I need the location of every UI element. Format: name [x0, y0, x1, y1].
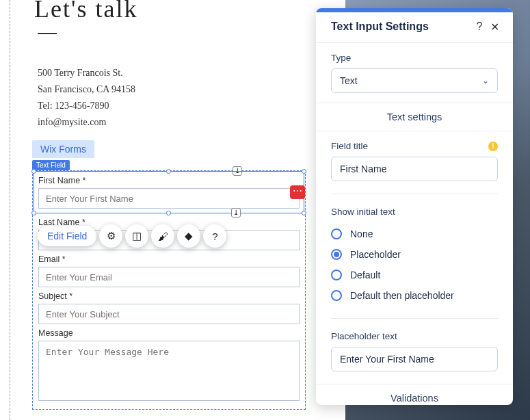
info-icon[interactable]: i	[488, 142, 498, 151]
resize-handle[interactable]	[31, 211, 36, 215]
form-container[interactable]: ⤓ ⤓ ⋯ First Name * Last Name * Email * S…	[32, 170, 306, 410]
panel-close-button[interactable]: ✕	[487, 19, 502, 34]
placeholder-text-label: Placeholder text	[331, 331, 498, 341]
chevron-down-icon: ⌄	[482, 76, 489, 86]
resize-handle[interactable]	[302, 211, 306, 215]
edit-field-button[interactable]: Edit Field	[38, 226, 96, 246]
text-settings-header: Text settings	[316, 103, 513, 131]
text-input-settings-panel: Text Input Settings ? ✕ Type Text ⌄ Text…	[316, 8, 513, 405]
validations-header[interactable]: Validations	[316, 384, 513, 405]
animation-icon: ◆	[185, 230, 193, 242]
field-toolbar: Edit Field ⚙ ◫ 🖌 ◆ ?	[38, 224, 226, 248]
radio-placeholder[interactable]: Placeholder	[331, 244, 498, 265]
show-initial-text-radio-group: None Placeholder Default Default then pl…	[331, 224, 498, 306]
field-title-input[interactable]	[331, 157, 498, 181]
radio-default[interactable]: Default	[331, 265, 498, 285]
panel-title: Text Input Settings	[331, 21, 472, 33]
anchor-icon[interactable]: ⤓	[231, 208, 241, 218]
radio-icon	[331, 249, 342, 260]
radio-label: None	[350, 228, 373, 239]
help-icon: ?	[477, 21, 483, 33]
text-field-tag: Text Field	[32, 160, 70, 170]
field-title-label-text: Field title	[331, 141, 368, 151]
radio-default-then-placeholder[interactable]: Default then placeholder	[331, 285, 498, 306]
layout-icon: ◫	[132, 230, 142, 242]
divider	[331, 318, 498, 319]
type-value: Text	[340, 75, 358, 86]
telephone: Tel: 123-456-7890	[38, 98, 135, 114]
panel-help-button[interactable]: ?	[472, 19, 487, 34]
panel-header: Text Input Settings ? ✕	[316, 12, 513, 43]
panel-body: Type Text ⌄ Text settings Field title i …	[316, 43, 513, 405]
message-label: Message	[38, 328, 300, 338]
selected-field[interactable]: ⤓ ⋯ First Name *	[34, 171, 304, 213]
gear-icon: ⚙	[107, 230, 116, 242]
radio-none[interactable]: None	[331, 224, 498, 244]
resize-handle[interactable]	[302, 169, 306, 174]
contact-info: 500 Terry Francois St. San Francisco, CA…	[38, 65, 135, 131]
email-label: Email *	[38, 254, 300, 264]
divider	[331, 194, 498, 194]
type-select[interactable]: Text ⌄	[331, 68, 498, 93]
settings-button[interactable]: ⚙	[99, 224, 122, 248]
page-heading: Let's talk	[34, 0, 137, 23]
radio-label: Default	[350, 270, 380, 280]
layout-button[interactable]: ◫	[125, 224, 148, 248]
heading-underline	[38, 33, 57, 34]
subject-label: Subject *	[38, 291, 300, 301]
first-name-input[interactable]	[38, 188, 300, 209]
placeholder-text-input[interactable]	[331, 347, 498, 371]
crm-badge-icon[interactable]: ⋯	[290, 185, 305, 199]
radio-icon	[331, 228, 342, 239]
type-label: Type	[331, 53, 498, 63]
field-title-label: Field title i	[331, 141, 498, 151]
email-input[interactable]	[38, 267, 300, 287]
address-line-2: San Francisco, CA 94158	[38, 81, 135, 98]
subject-input[interactable]	[38, 304, 300, 324]
radio-label: Placeholder	[350, 249, 401, 260]
canvas-guide	[10, 0, 10, 420]
radio-icon	[331, 290, 342, 301]
first-name-label: First Name *	[38, 176, 300, 185]
email: info@mysite.com	[38, 114, 135, 131]
brush-icon: 🖌	[158, 231, 168, 242]
resize-handle[interactable]	[166, 169, 171, 174]
close-icon: ✕	[490, 21, 499, 34]
show-initial-text-label: Show initial text	[331, 207, 498, 217]
address-line-1: 500 Terry Francois St.	[38, 65, 135, 81]
form-area: Wix Forms Text Field ⤓ ⤓ ⋯ First Name * …	[32, 140, 306, 410]
design-button[interactable]: 🖌	[151, 224, 174, 248]
resize-handle[interactable]	[166, 211, 171, 215]
wix-forms-tab[interactable]: Wix Forms	[32, 140, 94, 158]
animation-button[interactable]: ◆	[177, 224, 200, 248]
radio-icon	[331, 270, 342, 280]
radio-label: Default then placeholder	[350, 290, 454, 301]
message-input[interactable]	[38, 341, 300, 401]
help-button[interactable]: ?	[203, 224, 226, 248]
resize-handle[interactable]	[31, 169, 36, 174]
help-icon: ?	[212, 231, 217, 242]
